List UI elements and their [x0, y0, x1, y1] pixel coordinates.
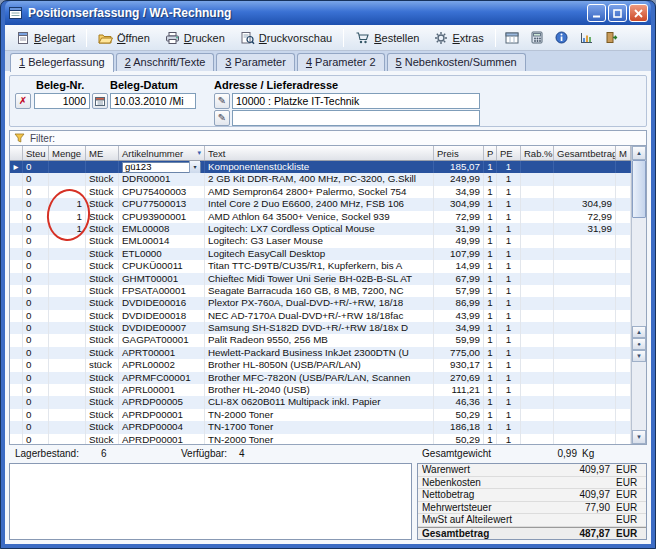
cell-me[interactable]: Stück: [86, 347, 119, 359]
cell-ges[interactable]: [554, 347, 616, 359]
cell-m[interactable]: [616, 347, 631, 359]
cell-pe[interactable]: 1: [497, 173, 521, 185]
druckvorschau-button[interactable]: Druckvorschau: [233, 28, 339, 48]
cell-art[interactable]: DVDIDE00018: [119, 310, 205, 322]
cell-art[interactable]: FPSATA00001: [119, 285, 205, 297]
beleg-datum-input[interactable]: [110, 93, 196, 109]
cell-text[interactable]: Chieftec Midi Tower Uni Serie BH-02B-B-S…: [205, 273, 434, 285]
cell-steu[interactable]: 0: [23, 161, 49, 173]
cell-m[interactable]: [616, 310, 631, 322]
cell-ges[interactable]: 31,99: [554, 223, 616, 235]
table-row[interactable]: 0StückAPRDP00005CLI-8X 0620B011 Multipac…: [10, 396, 631, 408]
chart-button[interactable]: [575, 27, 599, 48]
cell-steu[interactable]: 0: [23, 285, 49, 297]
cell-p[interactable]: 1: [484, 372, 497, 384]
scroll-marker-icon[interactable]: ●: [632, 338, 646, 350]
cell-menge[interactable]: [49, 161, 86, 173]
cell-ges[interactable]: [554, 322, 616, 334]
row-selector[interactable]: [10, 396, 23, 408]
cell-m[interactable]: [616, 322, 631, 334]
cell-rab[interactable]: [521, 198, 554, 210]
column-header-m[interactable]: M: [616, 146, 631, 160]
cell-art[interactable]: APRDP00004: [119, 421, 205, 433]
table-row[interactable]: 0StückDDR000012 GB Kit DDR-RAM, 400 MHz,…: [10, 173, 631, 185]
cell-pe[interactable]: 1: [497, 421, 521, 433]
cell-preis[interactable]: 50,29: [434, 409, 484, 421]
cell-ges[interactable]: [554, 248, 616, 260]
cell-pe[interactable]: 1: [497, 273, 521, 285]
cell-art[interactable]: APRDP00005: [119, 396, 205, 408]
cell-preis[interactable]: 185,07: [434, 161, 484, 173]
cell-p[interactable]: 1: [484, 322, 497, 334]
cell-me[interactable]: stück: [86, 359, 119, 371]
cell-menge[interactable]: [49, 334, 86, 346]
cell-preis[interactable]: 107,99: [434, 248, 484, 260]
row-selector[interactable]: [10, 297, 23, 309]
cell-steu[interactable]: 0: [23, 322, 49, 334]
cell-preis[interactable]: 31,99: [434, 223, 484, 235]
cell-m[interactable]: [616, 285, 631, 297]
cell-me[interactable]: Stück: [86, 173, 119, 185]
cell-m[interactable]: [616, 409, 631, 421]
cell-steu[interactable]: 0: [23, 211, 49, 223]
cell-p[interactable]: 1: [484, 173, 497, 185]
cell-text[interactable]: TN-2000 Toner: [205, 409, 434, 421]
cell-menge[interactable]: [49, 347, 86, 359]
cell-pe[interactable]: 1: [497, 223, 521, 235]
cell-pe[interactable]: 1: [497, 211, 521, 223]
cell-p[interactable]: 1: [484, 396, 497, 408]
cell-steu[interactable]: 0: [23, 334, 49, 346]
cell-art[interactable]: APRDP00001: [119, 409, 205, 421]
cell-p[interactable]: 1: [484, 248, 497, 260]
cell-ges[interactable]: [554, 359, 616, 371]
cell-text[interactable]: CLI-8X 0620B011 Multipack inkl. Papier: [205, 396, 434, 408]
titlebar[interactable]: Positionserfassung / WA-Rechnung: [5, 1, 651, 25]
cell-m[interactable]: [616, 161, 631, 173]
lieferadresse-input[interactable]: [232, 110, 480, 126]
table-row[interactable]: 0StückAPRL00001Brother HL-2040 (USB)111,…: [10, 384, 631, 396]
cell-text[interactable]: Hewlett-Packard Business InkJet 2300DTN …: [205, 347, 434, 359]
cell-m[interactable]: [616, 372, 631, 384]
dropdown-arrow-icon[interactable]: ▾: [189, 161, 200, 173]
cell-me[interactable]: Stück: [86, 310, 119, 322]
cell-art[interactable]: APRT00001: [119, 347, 205, 359]
cell-rab[interactable]: [521, 273, 554, 285]
table-row[interactable]: 0StückAPRMFC00001Brother MFC-7820N (USB/…: [10, 372, 631, 384]
cell-steu[interactable]: 0: [23, 198, 49, 210]
cell-pe[interactable]: 1: [497, 347, 521, 359]
cell-pe[interactable]: 1: [497, 285, 521, 297]
cell-menge[interactable]: [49, 285, 86, 297]
combobox-value[interactable]: gü123: [123, 162, 189, 172]
cell-pe[interactable]: 1: [497, 396, 521, 408]
row-selector[interactable]: [10, 347, 23, 359]
cell-preis[interactable]: 304,99: [434, 198, 484, 210]
table-row[interactable]: 0StückAPRT00001Hewlett-Packard Business …: [10, 347, 631, 359]
tab-anschrift-texte[interactable]: 2 Anschrift/Texte: [116, 53, 215, 71]
row-selector[interactable]: [10, 235, 23, 247]
cell-me[interactable]: Stück: [86, 421, 119, 433]
cell-me[interactable]: Stück: [86, 235, 119, 247]
cell-text[interactable]: TN-1700 Toner: [205, 421, 434, 433]
cell-menge[interactable]: 1: [49, 198, 86, 210]
cell-ges[interactable]: [554, 396, 616, 408]
filter-dropdown-icon[interactable]: ▾: [197, 149, 201, 157]
column-header-me[interactable]: ME: [86, 146, 119, 160]
cell-menge[interactable]: [49, 248, 86, 260]
column-header-preis[interactable]: Preis: [434, 146, 484, 160]
cell-rab[interactable]: [521, 260, 554, 272]
adresse-input[interactable]: [232, 93, 480, 109]
cell-menge[interactable]: [49, 372, 86, 384]
cell-p[interactable]: 1: [484, 310, 497, 322]
tab-parameter-2[interactable]: 4 Parameter 2: [297, 53, 385, 71]
cell-m[interactable]: [616, 434, 631, 444]
minimize-button[interactable]: [587, 4, 606, 22]
cell-rab[interactable]: [521, 409, 554, 421]
column-header-p[interactable]: P: [484, 146, 497, 160]
row-selector[interactable]: [10, 198, 23, 210]
belegart-button[interactable]: Belegart: [9, 28, 82, 48]
cell-pe[interactable]: 1: [497, 322, 521, 334]
cell-menge[interactable]: [49, 384, 86, 396]
cell-m[interactable]: [616, 396, 631, 408]
cell-preis[interactable]: 86,99: [434, 297, 484, 309]
cell-me[interactable]: Stück: [86, 297, 119, 309]
